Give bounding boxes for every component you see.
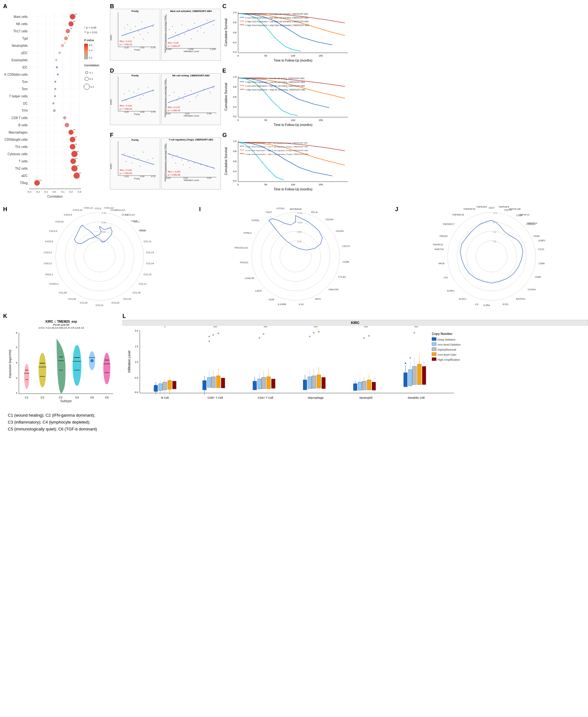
- svg-text:Diploid/Normal: Diploid/Normal: [438, 348, 456, 351]
- svg-text:**: **: [75, 143, 77, 146]
- svg-text:IL6: IL6: [475, 303, 478, 306]
- svg-line-216: [168, 86, 215, 103]
- svg-text:BTLA: BTLA: [311, 211, 318, 214]
- svg-text:0.04: 0.04: [185, 112, 189, 115]
- svg-text:0.2: 0.2: [89, 56, 93, 59]
- svg-text:KIRC: KIRC: [110, 163, 112, 169]
- svg-text:CCL21: CCL21: [96, 304, 104, 307]
- svg-point-142: [188, 29, 189, 30]
- svg-text:*: *: [68, 35, 69, 38]
- svg-text:0.6: 0.6: [233, 160, 237, 163]
- svg-text:3 Low Gene Expression + High T: 3 Low Gene Expression + High T cell regu…: [245, 149, 308, 151]
- svg-text:CD160: CD160: [326, 218, 333, 221]
- svg-rect-505: [261, 377, 266, 389]
- svg-text:0.1: 0.1: [493, 231, 496, 233]
- svg-rect-514: [308, 377, 312, 389]
- svg-text:CXCL6: CXCL6: [49, 230, 57, 232]
- svg-point-448: [90, 359, 93, 362]
- svg-point-113: [84, 84, 89, 89]
- svg-text:Subtype: Subtype: [60, 400, 72, 403]
- svg-point-69: [54, 81, 56, 83]
- svg-point-71: [54, 95, 56, 97]
- svg-text:←: ←: [422, 361, 425, 364]
- svg-point-381: [466, 231, 517, 282]
- svg-text:**: **: [39, 179, 42, 182]
- svg-text:0.100: 0.100: [210, 48, 216, 50]
- svg-text:0.25: 0.25: [124, 46, 129, 49]
- svg-text:Macrophage: Macrophage: [308, 396, 323, 400]
- svg-rect-474: [159, 384, 162, 391]
- svg-point-123: [148, 33, 149, 33]
- svg-text:IL10RB: IL10RB: [278, 303, 286, 306]
- svg-point-145: [207, 20, 208, 21]
- svg-rect-520: [317, 375, 321, 388]
- svg-rect-508: [267, 377, 270, 389]
- svg-point-121: [141, 21, 142, 22]
- svg-text:CCL22: CCL22: [80, 301, 88, 304]
- svg-point-125: [140, 34, 141, 35]
- svg-text:Rho = 0.124: Rho = 0.124: [120, 40, 132, 42]
- svg-text:CD80: CD80: [539, 262, 545, 265]
- svg-text:KDR: KDR: [269, 298, 274, 301]
- svg-text:1 Low Gene Expression + Low T : 1 Low Gene Expression + Low T cell regul…: [245, 142, 308, 144]
- svg-point-72: [52, 102, 54, 104]
- svg-text:***: ***: [314, 326, 318, 329]
- svg-point-187: [138, 89, 139, 90]
- svg-point-215: [196, 97, 197, 98]
- svg-rect-532: [367, 380, 371, 390]
- svg-text:CXCL1: CXCL1: [45, 273, 53, 276]
- svg-text:2: 2: [16, 391, 18, 394]
- svg-text:-0.1: -0.1: [493, 212, 497, 214]
- svg-text:Rho = 0.124: Rho = 0.124: [120, 105, 132, 107]
- svg-text:Th17 cells: Th17 cells: [13, 29, 28, 33]
- svg-point-277: [183, 164, 184, 165]
- svg-point-70: [54, 88, 56, 90]
- svg-point-192: [140, 98, 141, 99]
- purity-scatter-d: Purity KIRC: [110, 73, 160, 125]
- svg-text:0.1: 0.1: [89, 71, 93, 74]
- svg-text:Cumulative Survival: Cumulative Survival: [224, 83, 228, 110]
- panel-i: I 0.15 0.05 -0.05 -0.15 ADORA2A BTLA: [197, 205, 394, 308]
- svg-text:0.75: 0.75: [151, 111, 155, 113]
- svg-text:Copy Number: Copy Number: [432, 332, 453, 335]
- svg-point-188: [143, 95, 144, 96]
- svg-text:2.0: 2.0: [135, 329, 139, 332]
- svg-text:Infiltration Level: Infiltration Level: [128, 351, 131, 373]
- svg-rect-547: [417, 364, 421, 385]
- svg-text:Tem: Tem: [22, 87, 28, 91]
- svg-text:Infiltration Level: Infiltration Level: [184, 50, 199, 53]
- svg-point-76: [68, 130, 74, 135]
- svg-text:TNFRSF25: TNFRSF25: [463, 208, 475, 210]
- svg-text:TNFRSF18: TNFRSF18: [452, 213, 464, 216]
- svg-rect-525: [353, 384, 357, 391]
- infiltration-scatter-d: NK cell resting_CIBERSORT-ABS: [161, 73, 221, 125]
- svg-text:RAET1E: RAET1E: [435, 248, 444, 251]
- svg-text:0.25: 0.25: [124, 175, 129, 178]
- svg-point-109: [85, 71, 88, 74]
- svg-point-120: [138, 31, 139, 32]
- svg-point-442: [72, 345, 81, 386]
- svg-point-184: [124, 94, 125, 95]
- svg-text:1.0: 1.0: [233, 11, 237, 14]
- svg-text:0.50: 0.50: [140, 175, 145, 178]
- svg-text:Macrophages: Macrophages: [8, 131, 28, 134]
- svg-rect-529: [362, 381, 366, 390]
- purity-scatter-b: Purity KIRC: [110, 9, 160, 61]
- svg-point-268: [172, 157, 173, 158]
- svg-text:CCL19: CCL19: [123, 298, 131, 300]
- svg-text:TNFRSF17: TNFRSF17: [443, 223, 455, 226]
- svg-text:***: ***: [264, 326, 267, 329]
- svg-text:0.00: 0.00: [166, 177, 171, 179]
- svg-text:6: 6: [16, 331, 18, 334]
- svg-text:TMEM25 Expression Level (log2 : TMEM25 Expression Level (log2 TPM): [164, 80, 167, 118]
- svg-text:1.0: 1.0: [233, 140, 237, 143]
- svg-text:CXCL9: CXCL9: [64, 213, 72, 216]
- svg-text:150: 150: [318, 54, 323, 57]
- svg-text:0: 0: [237, 119, 239, 122]
- svg-text:150: 150: [318, 119, 323, 122]
- svg-text:Cumulative Survival: Cumulative Survival: [224, 19, 228, 46]
- svg-text:CCL11: CCL11: [144, 240, 151, 243]
- svg-point-543: [410, 357, 411, 358]
- svg-text:Th2 cells: Th2 cells: [15, 167, 28, 170]
- svg-text:0.2: 0.2: [233, 50, 237, 54]
